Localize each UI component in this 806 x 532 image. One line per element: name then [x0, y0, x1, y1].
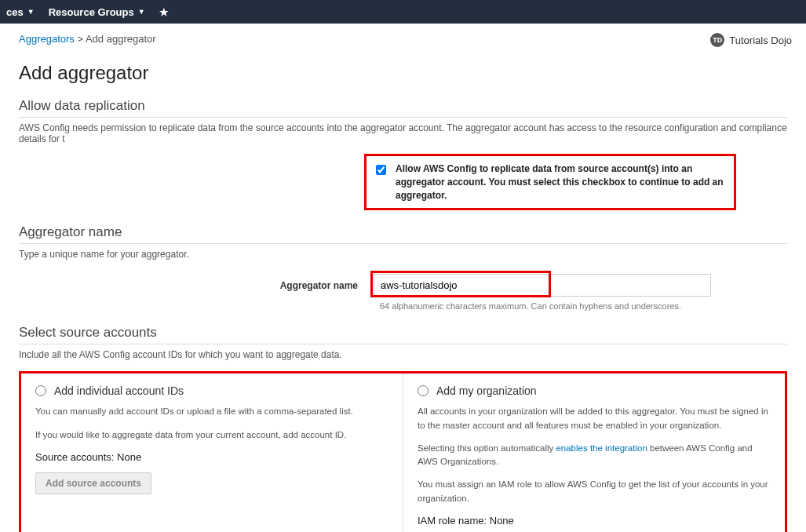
nav-item-services[interactable]: ces ▼: [6, 6, 35, 18]
aggregator-name-help: 64 alphanumeric characters maximum. Can …: [380, 301, 787, 311]
org-desc-2a: Selecting this option automatically: [418, 443, 556, 453]
source-option-organization: Add my organization All accounts in your…: [403, 373, 785, 532]
radio-label-organization: Add my organization: [436, 384, 537, 397]
chevron-down-icon: ▼: [138, 8, 145, 16]
section-desc-aggregator-name: Type a unique name for your aggregator.: [19, 249, 787, 260]
brand-logo: TD Tutorials Dojo: [710, 33, 792, 47]
brand-badge-icon: TD: [710, 33, 724, 47]
add-source-accounts-button[interactable]: Add source accounts: [35, 472, 151, 494]
nav-label: ces: [6, 6, 24, 18]
source-accounts-highlight-box: Add individual account IDs You can manua…: [19, 371, 787, 532]
nav-pin[interactable]: ★: [159, 6, 169, 18]
page-body: TD Tutorials Dojo Aggregators > Add aggr…: [0, 24, 806, 532]
iam-role-value: IAM role name: None: [418, 515, 771, 527]
radio-row-organization[interactable]: Add my organization: [418, 384, 771, 397]
replication-highlight-box: Allow AWS Config to replicate data from …: [364, 154, 736, 210]
chevron-down-icon: ▼: [27, 8, 35, 16]
radio-row-individual[interactable]: Add individual account IDs: [35, 384, 388, 397]
aggregator-name-input[interactable]: [374, 274, 711, 297]
aggregator-name-row: Aggregator name: [19, 274, 787, 297]
replication-checkbox[interactable]: [376, 165, 386, 175]
source-option-individual: Add individual account IDs You can manua…: [21, 373, 403, 532]
page-title: Add aggregator: [19, 62, 787, 84]
radio-individual[interactable]: [35, 385, 46, 396]
organization-desc-3: You must assign an IAM role to allow AWS…: [418, 478, 771, 505]
nav-label: Resource Groups: [49, 6, 134, 18]
breadcrumb: Aggregators > Add aggregator: [19, 33, 787, 45]
aggregator-name-label: Aggregator name: [19, 280, 364, 291]
breadcrumb-current: Add aggregator: [86, 33, 156, 45]
organization-desc-1: All accounts in your organization will b…: [418, 405, 771, 432]
pin-icon: ★: [159, 6, 169, 18]
breadcrumb-link-aggregators[interactable]: Aggregators: [19, 33, 75, 45]
brand-label: Tutorials Dojo: [729, 35, 792, 46]
organization-desc-2: Selecting this option automatically enab…: [418, 442, 771, 469]
nav-item-resource-groups[interactable]: Resource Groups ▼: [49, 6, 145, 18]
individual-desc-2: If you would like to aggregate data from…: [35, 428, 388, 442]
source-accounts-value: Source accounts: None: [35, 451, 388, 463]
aggregator-name-input-wrap: [374, 274, 711, 297]
enables-integration-link[interactable]: enables the integration: [556, 443, 647, 453]
breadcrumb-separator: >: [77, 33, 83, 45]
top-nav: ces ▼ Resource Groups ▼ ★: [0, 0, 806, 24]
section-title-replication: Allow data replication: [19, 98, 787, 118]
section-desc-source: Include all the AWS Config account IDs f…: [19, 349, 787, 360]
section-title-source: Select source accounts: [19, 325, 787, 344]
section-title-aggregator-name: Aggregator name: [19, 224, 787, 244]
radio-organization[interactable]: [418, 385, 429, 396]
individual-desc-1: You can manually add account IDs or uplo…: [35, 405, 388, 418]
section-desc-replication: AWS Config needs permission to replicate…: [19, 122, 787, 144]
radio-label-individual: Add individual account IDs: [54, 384, 184, 397]
replication-checkbox-label: Allow AWS Config to replicate data from …: [396, 162, 724, 202]
